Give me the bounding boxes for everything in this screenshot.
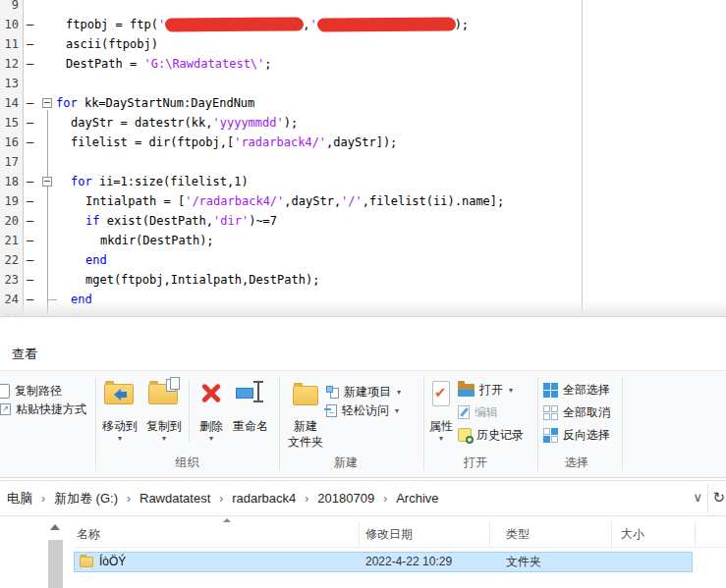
dropdown-caret-icon: ▾ <box>97 434 142 443</box>
folder-icon <box>80 557 93 567</box>
easy-access-icon <box>326 404 337 417</box>
easy-access-button[interactable]: 轻松访问 ▾ <box>326 401 399 419</box>
column-header-name[interactable]: 名称 <box>74 521 360 547</box>
code-token: 'radarback4/' <box>234 135 326 149</box>
file-list-pane: 名称 修改日期 类型 大小 ÍòÖÝ2022-4-22 10:29文件夹 <box>0 517 726 588</box>
code-fold-icon[interactable] <box>42 177 52 187</box>
breadcrumb-item[interactable]: 20180709 <box>312 491 379 506</box>
edit-icon <box>458 405 470 419</box>
code-token: 'dir' <box>213 214 249 228</box>
address-bar[interactable]: 电脑›新加卷 (G:)›Rawdatatest›radarback4›20180… <box>0 480 726 516</box>
column-header-date[interactable]: 修改日期 <box>360 521 490 547</box>
column-header-type[interactable]: 类型 <box>490 521 612 547</box>
code-token: '/radarback4/' <box>185 194 284 208</box>
breadcrumb: 电脑›新加卷 (G:)›Rawdatatest›radarback4›20180… <box>2 481 444 515</box>
code-token: filelist = dir(ftpobj,[ <box>71 135 234 149</box>
line-number: 10 <box>0 15 19 34</box>
code-text: ascii(ftpobj) <box>56 34 158 54</box>
tab-view[interactable]: 查看 <box>12 346 37 363</box>
code-token: ; <box>264 57 271 71</box>
breadcrumb-separator-icon: › <box>215 492 227 506</box>
line-number: 23 <box>0 270 19 290</box>
code-line: 22–end <box>0 250 726 270</box>
breadcrumb-item[interactable]: Archive <box>391 491 443 506</box>
code-token: ); <box>455 18 469 31</box>
code-token: )~=7 <box>249 214 277 228</box>
executable-dash-icon: – <box>27 93 33 113</box>
select-group-label: 选择 <box>537 454 616 471</box>
executable-dash-icon: – <box>27 191 33 211</box>
group-divider <box>622 377 623 470</box>
invert-selection-button[interactable]: 反向选择 <box>543 426 610 444</box>
executable-dash-icon: – <box>27 250 33 270</box>
code-text: filelist = dir(ftpobj,['radarback4/',day… <box>56 133 397 152</box>
code-token: mget(ftpobj,Intialpath,DestPath); <box>85 273 319 287</box>
copy-path-button[interactable]: 复制路径 <box>0 382 62 400</box>
breadcrumb-item[interactable]: 电脑 <box>2 490 37 508</box>
select-all-button[interactable]: 全部选择 <box>543 381 610 399</box>
code-text: for ii=1:size(filelist,1) <box>56 172 249 191</box>
paste-shortcut-button[interactable]: 粘贴快捷方式 <box>0 401 86 418</box>
code-text: mkdir(DestPath); <box>56 231 214 250</box>
code-token: end <box>85 253 107 267</box>
code-text: ftpobj = ftp(','); <box>56 15 469 34</box>
file-name: ÍòÖÝ <box>99 553 126 571</box>
history-button[interactable]: 历史记录 <box>458 426 524 444</box>
code-line: 13 <box>0 74 726 93</box>
breadcrumb-separator-icon: › <box>123 492 135 506</box>
line-number: 21 <box>0 231 19 250</box>
address-bar-divider <box>707 484 708 512</box>
line-number: 12 <box>0 54 19 74</box>
code-line: 12–DestPath = 'G:\Rawdatatest\'; <box>0 54 726 74</box>
line-number: 13 <box>0 74 19 93</box>
column-header-size[interactable]: 大小 <box>612 521 696 547</box>
explorer-ribbon: 查看 复制路径 粘贴快捷方式 移动到 ▾ 复制到 ▾ <box>0 338 726 477</box>
new-item-button[interactable]: 新建项目 ▾ <box>326 383 401 401</box>
file-row[interactable]: ÍòÖÝ2022-4-22 10:29文件夹 <box>74 552 693 572</box>
code-token: for <box>71 175 92 188</box>
dropdown-caret-icon: ▾ <box>142 434 186 443</box>
breadcrumb-item[interactable]: radarback4 <box>227 491 301 506</box>
address-dropdown-chevron-icon[interactable]: ∨ <box>693 490 702 505</box>
code-fold-icon[interactable] <box>42 98 52 108</box>
code-token: ' <box>309 18 316 31</box>
select-none-icon <box>543 405 558 420</box>
open-button[interactable]: 打开 ▾ <box>458 381 513 399</box>
copy-path-label: 复制路径 <box>15 383 62 400</box>
dropdown-caret-icon: ▾ <box>397 388 401 397</box>
code-token: 'G:\Rawdatatest\' <box>143 57 264 71</box>
dropdown-caret-icon: ▾ <box>395 406 399 415</box>
history-icon <box>458 428 472 442</box>
code-text: if exist(DestPath,'dir')~=7 <box>56 211 277 231</box>
code-token: kk=DayStartNum:DayEndNum <box>78 96 255 110</box>
code-token: DestPath = <box>66 57 143 71</box>
breadcrumb-item[interactable]: 新加卷 (G:) <box>49 490 123 508</box>
organize-group-label: 组织 <box>95 454 279 471</box>
code-token: dayStr = datestr(kk, <box>71 116 213 130</box>
code-line: 21–mkdir(DestPath); <box>0 231 726 250</box>
code-line: 10–ftpobj = ftp(','); <box>0 15 726 34</box>
breadcrumb-item[interactable]: Rawdatatest <box>135 491 215 506</box>
delete-icon <box>198 381 224 404</box>
paste-shortcut-label: 粘贴快捷方式 <box>16 401 86 418</box>
executable-dash-icon: – <box>27 34 33 54</box>
line-number: 22 <box>0 250 19 270</box>
open-group-label: 打开 <box>423 454 528 471</box>
edit-button[interactable]: 编辑 <box>458 403 498 421</box>
scrollbar-up-icon[interactable] <box>50 524 60 530</box>
new-item-icon <box>326 386 339 399</box>
line-number: 14 <box>0 93 19 113</box>
code-token: exist(DestPath, <box>99 214 213 228</box>
executable-dash-icon: – <box>27 172 33 191</box>
code-line: 14–for kk=DayStartNum:DayEndNum <box>0 93 726 113</box>
select-none-button[interactable]: 全部取消 <box>543 403 610 421</box>
copy-to-icon <box>148 381 180 404</box>
scrollbar-thumb[interactable] <box>48 540 63 588</box>
code-text: DestPath = 'G:\Rawdatatest\'; <box>56 54 272 74</box>
executable-dash-icon: – <box>27 231 33 250</box>
executable-dash-icon: – <box>27 133 33 152</box>
refresh-button[interactable]: ↻ <box>712 489 725 507</box>
dropdown-caret-icon: ▾ <box>424 434 458 443</box>
code-line: 15–dayStr = datestr(kk,'yyyymmdd'); <box>0 113 726 133</box>
code-editor: 910–ftpobj = ftp(',');11–ascii(ftpobj)12… <box>0 0 726 317</box>
